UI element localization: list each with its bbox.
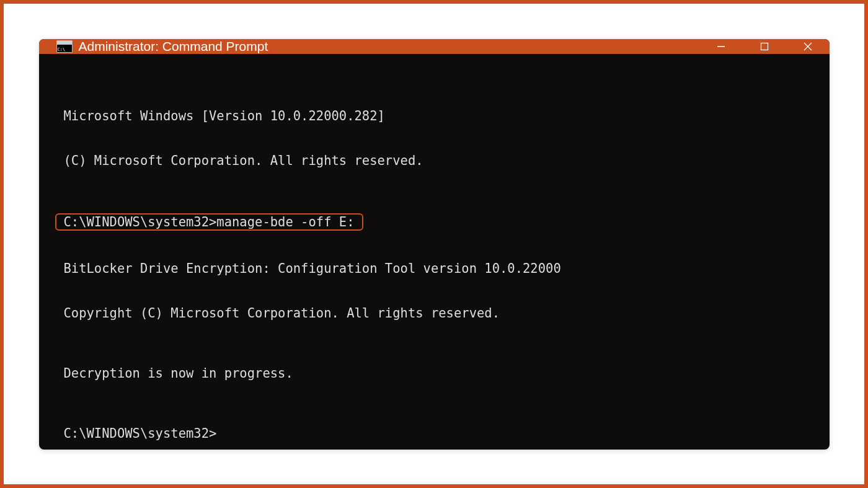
minimize-icon bbox=[716, 42, 726, 51]
minimize-button[interactable] bbox=[699, 39, 743, 54]
output-line: Copyright (C) Microsoft Corporation. All… bbox=[64, 306, 805, 321]
svg-rect-1 bbox=[761, 43, 768, 50]
terminal-output[interactable]: Microsoft Windows [Version 10.0.22000.28… bbox=[39, 54, 830, 450]
close-button[interactable] bbox=[786, 39, 830, 54]
command-prompt-window: Administrator: Command Prompt Microsoft … bbox=[39, 39, 830, 450]
window-controls bbox=[699, 39, 830, 54]
command-line-highlighted: C:\WINDOWS\system32>manage-bde -off E: bbox=[64, 213, 805, 231]
output-line: Microsoft Windows [Version 10.0.22000.28… bbox=[64, 109, 805, 123]
close-icon bbox=[803, 42, 813, 51]
titlebar[interactable]: Administrator: Command Prompt bbox=[39, 39, 830, 54]
maximize-button[interactable] bbox=[743, 39, 786, 54]
highlight-box: C:\WINDOWS\system32>manage-bde -off E: bbox=[55, 213, 363, 231]
prompt-line: C:\WINDOWS\system32> bbox=[64, 426, 805, 441]
maximize-icon bbox=[760, 42, 769, 51]
cmd-icon bbox=[56, 40, 73, 53]
output-line: (C) Microsoft Corporation. All rights re… bbox=[64, 153, 805, 168]
output-line: BitLocker Drive Encryption: Configuratio… bbox=[64, 261, 805, 276]
output-line: Decryption is now in progress. bbox=[64, 366, 805, 381]
window-title: Administrator: Command Prompt bbox=[79, 39, 268, 54]
